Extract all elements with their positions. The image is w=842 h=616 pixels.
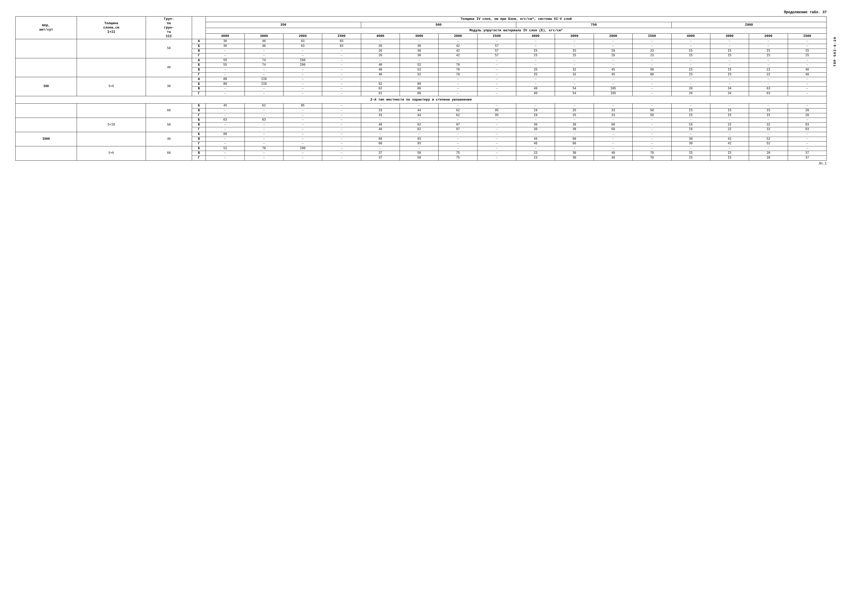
value-cell: — <box>361 77 400 82</box>
value-cell: — <box>710 146 749 151</box>
value-cell: — <box>439 137 477 142</box>
value-cell: — <box>322 122 361 127</box>
value-cell: 50 <box>400 156 439 161</box>
subgroup-label: Г <box>192 113 206 118</box>
subgroup-label: Б <box>192 44 206 49</box>
value-cell: — <box>477 87 516 91</box>
value-cell: — <box>672 39 710 44</box>
value-cell: — <box>594 132 632 137</box>
value-cell: — <box>439 146 477 151</box>
value-cell: 40 <box>361 63 400 68</box>
value-cell: 80 <box>400 87 439 91</box>
npr-cell: I000 <box>16 132 77 147</box>
value-cell: — <box>477 91 516 96</box>
value-cell: 83 <box>244 118 283 123</box>
value-cell: — <box>322 113 361 118</box>
value-cell: — <box>477 156 516 161</box>
value-cell: — <box>322 109 361 113</box>
value-cell: — <box>283 48 322 53</box>
value-cell: 50 <box>400 151 439 156</box>
value-cell: I8 <box>594 53 632 58</box>
e-4000-3: 4000 <box>516 34 555 39</box>
value-cell: I5 <box>788 53 826 58</box>
value-cell: — <box>283 68 322 73</box>
value-cell: — <box>206 91 244 96</box>
value-cell: 80 <box>400 91 439 96</box>
value-cell: — <box>672 82 710 87</box>
value-cell: 55 <box>206 63 244 68</box>
value-cell: 40 <box>788 72 826 77</box>
value-cell: I5 <box>672 48 710 53</box>
value-cell: — <box>283 91 322 96</box>
value-cell: I5 <box>516 53 555 58</box>
value-cell: — <box>788 82 826 87</box>
value-cell: — <box>749 39 788 44</box>
value-cell: — <box>516 58 555 63</box>
value-cell: — <box>594 104 632 109</box>
value-cell: 30 <box>672 137 710 142</box>
value-cell: 78 <box>439 72 477 77</box>
value-cell: — <box>555 82 594 87</box>
value-cell: 97 <box>439 127 477 132</box>
value-cell: 26 <box>361 48 400 53</box>
value-cell: 80 <box>206 77 244 82</box>
value-cell: 97 <box>439 122 477 127</box>
value-cell: — <box>283 87 322 91</box>
subgroup-label: Б <box>192 104 206 109</box>
value-cell: I5 <box>788 48 826 53</box>
value-cell: 22 <box>749 72 788 77</box>
value-cell: I5 <box>672 113 710 118</box>
value-cell: I6 <box>672 127 710 132</box>
npr-cell <box>16 104 77 118</box>
e-1500-3: I500 <box>633 34 672 39</box>
value-cell: — <box>322 127 361 132</box>
value-cell: — <box>361 58 400 63</box>
value-cell: — <box>206 87 244 91</box>
table-title: Продолжение табл. 37 <box>15 10 827 14</box>
value-cell: 83 <box>788 122 826 127</box>
value-cell: 78 <box>439 63 477 68</box>
value-cell: 46 <box>244 44 283 49</box>
value-cell: — <box>206 151 244 156</box>
subgroup-label: В <box>192 109 206 113</box>
value-cell: — <box>361 39 400 44</box>
value-cell: — <box>710 63 749 68</box>
value-cell: — <box>555 118 594 123</box>
value-cell: — <box>322 142 361 147</box>
value-cell: 52 <box>749 142 788 147</box>
value-cell: — <box>710 132 749 137</box>
value-cell: — <box>555 77 594 82</box>
value-cell: 62 <box>400 127 439 132</box>
value-cell: — <box>633 39 672 44</box>
size-cell: 5+6 <box>76 77 146 96</box>
value-cell: — <box>710 39 749 44</box>
value-cell: 50 <box>633 109 672 113</box>
main-table: №пр,авт/сут Толщинаслоев,смI+II Груп-паг… <box>15 16 827 161</box>
value-cell: 33 <box>361 109 400 113</box>
bekv-350: 350 <box>206 22 361 28</box>
size-cell <box>76 104 146 118</box>
value-cell: I5 <box>710 113 749 118</box>
value-cell: — <box>477 39 516 44</box>
value-cell: — <box>516 77 555 82</box>
value-cell: 42 <box>439 48 477 53</box>
value-cell: — <box>283 127 322 132</box>
value-cell: — <box>633 122 672 127</box>
value-cell: — <box>555 104 594 109</box>
value-cell: 40 <box>594 151 632 156</box>
value-cell: — <box>710 44 749 49</box>
value-cell: 26 <box>361 53 400 58</box>
value-cell: — <box>788 63 826 68</box>
value-cell: 70 <box>244 146 283 151</box>
value-cell: — <box>710 58 749 63</box>
value-cell: — <box>244 142 283 147</box>
value-cell: 75 <box>439 156 477 161</box>
value-cell: 45 <box>594 72 632 77</box>
value-cell: 37 <box>788 151 826 156</box>
subgroup-label: В <box>192 48 206 53</box>
value-cell: 57 <box>477 53 516 58</box>
value-cell: — <box>672 77 710 82</box>
value-cell: — <box>633 137 672 142</box>
value-cell: — <box>788 91 826 96</box>
value-cell: — <box>516 104 555 109</box>
